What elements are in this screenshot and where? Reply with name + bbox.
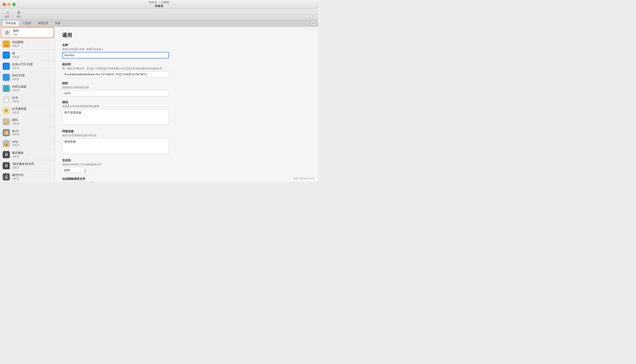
sidebar-item-airplay[interactable]: 🖥 隔空播放 未配置 [0,149,55,160]
cert-trans-icon: ⚙ [3,107,10,114]
maximize-button[interactable] [12,3,16,6]
sidebar: ⚙ 通用 强制 🔒 访问限制 未配置 🌐 域 未配置 🌐 全局 HTTP 代理 [0,27,55,182]
sidebar-item-cert-name: 证书 [12,96,19,100]
form-group-identifier: 标识符 唯一描述文件标识符 - 在设备上安装描述文件将替换任何已安装且具有相同标… [62,62,311,77]
content-area: 通用 名称 描述文件的显示名称 - 将显示在设备上 标识符 唯一描述文件标识符 … [55,27,318,182]
sidebar-item-http-proxy[interactable]: 🌐 全局 HTTP 代理 未配置 [0,61,55,72]
page-title: 通用 [62,32,311,39]
main-container: ⚙ 通用 强制 🔒 访问限制 未配置 🌐 域 未配置 🌐 全局 HTTP 代理 [0,27,318,182]
description-label: 描述 [62,100,311,104]
titlebar: 未命名 — 已编辑 未命名 [0,0,318,9]
lock-icon: 🔒 [3,40,10,48]
tab-unmanaged[interactable]: 未受监管 [35,20,52,26]
security-label: 安全性 [62,158,311,162]
back-button[interactable]: ◁ 返回 [2,10,12,19]
sidebar-item-general-name: 通用 [13,29,19,33]
airplay-icon: 🖥 [3,151,10,158]
back-label: 返回 [5,15,9,18]
sidebar-item-restrictions[interactable]: 🔒 访问限制 未配置 [0,38,55,50]
globe2-icon: 🌐 [3,63,10,70]
form-group-auto-remove: 自动移除描述文件 用于自动描述文件移除的设置 永不 指定日期 指定期间后 ▲▼ [62,177,311,182]
sidebar-item-general[interactable]: ⚙ 通用 强制 [1,27,54,38]
sidebar-item-wifi-name: Wi-Fi [12,129,19,133]
back-icon: ◁ [6,10,8,15]
form-group-organization: 组织 创建描述文件的组织名称 [62,81,311,96]
security-sublabel: 控制在何种情况下可以移除描述文件 [62,163,311,166]
close-button[interactable] [3,3,6,6]
airprint-icon: 🖨 [3,173,10,180]
password-icon: 🔑 [3,118,10,125]
organization-input[interactable] [62,90,169,96]
sidebar-item-cert-sub: 未配置 [12,100,19,103]
sidebar-item-vpn-sub: 未配置 [12,144,19,147]
airplay-sec-icon: 🖥 [3,162,10,169]
tabbar: 所有设备 已监管 未受监管 恢复 + [0,20,318,27]
traffic-lights[interactable] [3,3,16,6]
sidebar-item-password-sub: 未配置 [12,122,19,125]
sidebar-item-dns-proxy[interactable]: 🌐 DNS 代理 未配置 [0,72,55,83]
sidebar-item-airplay-security-sub: 未配置 [12,166,34,169]
titlebar-subtitle: 未命名 — 已编辑 [149,1,169,4]
sidebar-item-airprint-name: 隔空打印 [12,173,24,177]
identifier-input[interactable] [62,71,169,77]
sidebar-item-domains[interactable]: 🌐 域 未配置 [0,50,55,61]
security-select-wrapper: 始终 需要密码 从不 ▲▼ [62,167,107,173]
security-select[interactable]: 始终 需要密码 从不 [62,167,89,173]
display-button[interactable]: ⊞ 显示 [14,10,24,19]
sidebar-item-content-filter-name: 内容过滤器 [12,85,26,89]
organization-sublabel: 创建描述文件的组织名称 [62,86,311,89]
consent-textarea[interactable]: 请同意哦 [62,138,169,154]
dns-icon: 🌐 [3,74,10,81]
vpn-icon: 🔒 [3,140,10,147]
sidebar-item-restrictions-sub: 未配置 [12,44,24,48]
sidebar-item-cert-transparency-name: 证书透明度 [12,107,26,111]
description-sublabel: 该描述文件内容或用途的简短解释 [62,105,311,108]
sidebar-item-dns-proxy-sub: 未配置 [12,78,25,81]
sidebar-item-http-proxy-name: 全局 HTTP 代理 [12,62,33,66]
filter-icon: 🌐 [3,85,10,92]
sidebar-item-airprint-sub: 未配置 [12,177,24,180]
minimize-button[interactable] [8,3,11,6]
sidebar-item-vpn-name: VPN [12,140,19,144]
tab-managed[interactable]: 已监管 [20,20,34,26]
sidebar-item-airprint[interactable]: 🖨 隔空打印 未配置 [0,171,55,182]
sidebar-item-airplay-security[interactable]: 🖥 "隔空播放"安全性 未配置 [0,160,55,171]
sidebar-item-airplay-sub: 未配置 [12,155,24,158]
name-sublabel: 描述文件的显示名称 - 将显示在设备上 [62,48,311,51]
wifi-icon: 📶 [3,129,10,136]
sidebar-item-wifi-sub: 未配置 [12,133,19,136]
organization-label: 组织 [62,81,311,85]
sidebar-item-airplay-name: 隔空播放 [12,151,24,155]
sidebar-item-domains-name: 域 [12,51,19,55]
titlebar-title: 未命名 [155,4,163,8]
sidebar-item-vpn[interactable]: 🔒 VPN 未配置 [0,138,55,149]
form-group-description: 描述 该描述文件内容或用途的简短解释 用于管理设备 [62,100,311,125]
tab-all-devices[interactable]: 所有设备 [2,20,20,26]
globe-icon: 🌐 [3,52,10,59]
consent-sublabel: 描述文件安装期间会显示的信息 [62,134,311,137]
display-label: 显示 [16,15,21,18]
titlebar-content: 未命名 — 已编辑 未命名 [149,1,169,8]
name-input[interactable] [62,52,169,58]
general-icon: ⚙ [4,29,11,36]
sidebar-item-content-filter[interactable]: 🌐 内容过滤器 未配置 [0,83,55,94]
tab-restore[interactable]: 恢复 [52,20,64,26]
sidebar-item-general-sub: 强制 [13,33,19,36]
add-tab-button[interactable]: + [311,21,316,26]
sidebar-item-cert-transparency[interactable]: ⚙ 证书透明度 未配置 [0,105,55,116]
display-icon: ⊞ [17,10,20,15]
sidebar-item-restrictions-name: 访问限制 [12,40,24,44]
sidebar-item-dns-proxy-name: DNS 代理 [12,74,25,78]
description-textarea[interactable]: 用于管理设备 [62,109,169,125]
form-group-security: 安全性 控制在何种情况下可以移除描述文件 始终 需要密码 从不 ▲▼ [62,158,311,173]
sidebar-item-http-proxy-sub: 未配置 [12,66,33,70]
sidebar-item-wifi[interactable]: 📶 Wi-Fi 未配置 [0,127,55,138]
sidebar-item-cert[interactable]: 📄 证书 未配置 [0,94,55,105]
cert-icon: 📄 [3,96,10,103]
form-group-name: 名称 描述文件的显示名称 - 将显示在设备上 [62,43,311,58]
watermark: @株土履金技术社区 [293,177,315,180]
sidebar-item-password[interactable]: 🔑 密码 未配置 [0,116,55,127]
sidebar-item-password-name: 密码 [12,118,19,122]
toolbar: ◁ 返回 ⊞ 显示 [0,9,318,20]
identifier-label: 标识符 [62,62,311,66]
